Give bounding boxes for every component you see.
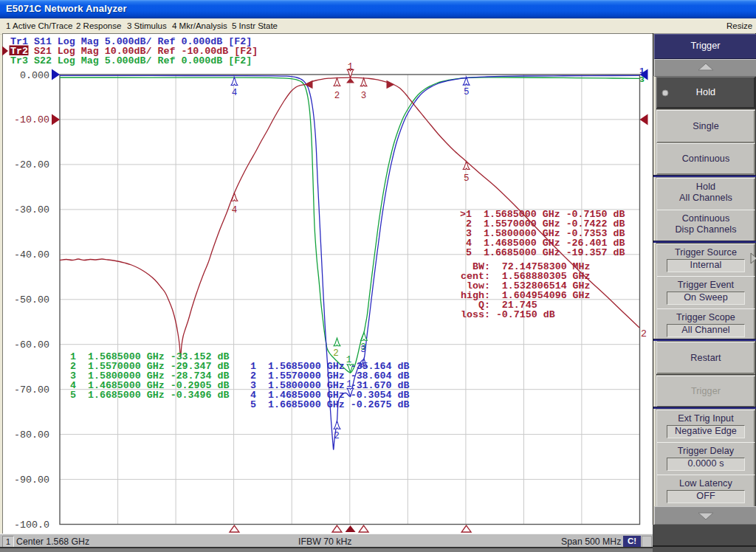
svg-text:-40.00: -40.00 (14, 249, 49, 261)
svg-text:loss: -0.7150 dB: loss: -0.7150 dB (461, 309, 555, 320)
svg-text:-10.00: -10.00 (14, 114, 49, 125)
svg-text:2: 2 (333, 348, 339, 359)
svg-text:-60.00: -60.00 (14, 339, 49, 351)
svg-text:-90.00: -90.00 (14, 475, 49, 486)
svg-text:1: 1 (348, 62, 354, 72)
svg-text:-70.00: -70.00 (14, 384, 49, 396)
svg-text:4: 4 (232, 88, 238, 98)
svg-text:4: 4 (232, 205, 238, 215)
svg-text:2: 2 (334, 91, 340, 101)
svg-text:5: 5 (464, 87, 470, 97)
svg-text:-80.00: -80.00 (14, 429, 49, 441)
svg-text:2: 2 (334, 431, 340, 441)
svg-text:3: 3 (360, 345, 366, 355)
svg-text:-50.00: -50.00 (14, 294, 49, 306)
svg-text:-100.0: -100.0 (14, 520, 49, 531)
svg-text:5: 5 (464, 173, 470, 184)
svg-text:-20.00: -20.00 (14, 159, 49, 170)
svg-text:0.000: 0.000 (20, 70, 49, 81)
svg-text:-30.00: -30.00 (14, 204, 49, 215)
svg-text:Tr3 S22 Log Mag 5.000dB/ Ref 0: Tr3 S22 Log Mag 5.000dB/ Ref 0.000dB [F2… (10, 55, 252, 66)
svg-text:2: 2 (641, 328, 647, 339)
svg-text:3: 3 (361, 91, 367, 101)
svg-text:5 1.6685000 GHz -19.357 dB: 5 1.6685000 GHz -19.357 dB (460, 247, 625, 258)
svg-text:5 1.6685000 GHz -0.3496 dB: 5 1.6685000 GHz -0.3496 dB (70, 390, 229, 401)
svg-text:5 1.6685000 GHz -0.2675 dB: 5 1.6685000 GHz -0.2675 dB (250, 399, 409, 410)
